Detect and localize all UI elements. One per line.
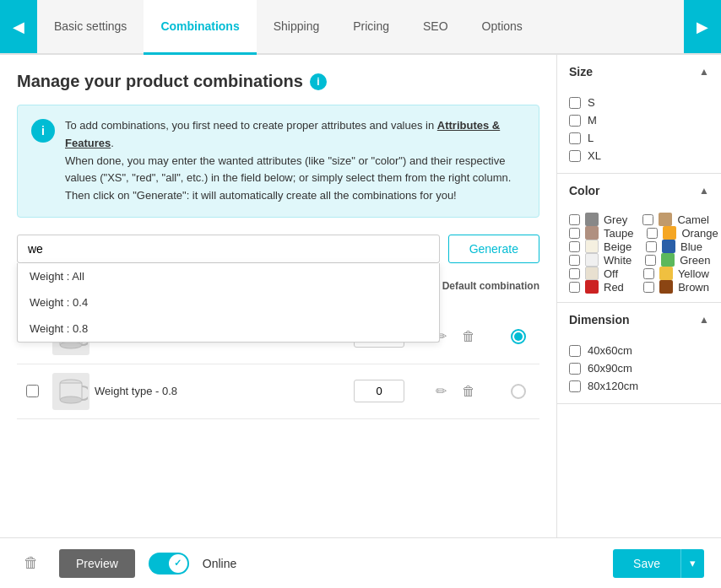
status-label: Online (203, 557, 236, 570)
row-default-1 (497, 329, 539, 344)
color-yellow-label: Yellow (678, 267, 709, 280)
dim-80x120-checkbox[interactable] (569, 380, 581, 392)
tab-seo[interactable]: SEO (406, 0, 465, 55)
color-green-swatch (661, 253, 675, 267)
color-green-checkbox[interactable] (645, 255, 656, 266)
autocomplete-item-1[interactable]: Weight : 0.4 (18, 289, 439, 316)
save-button[interactable]: Save (613, 549, 680, 578)
delete-button-1[interactable]: 🗑 (458, 326, 479, 348)
color-brown-label: Brown (678, 281, 709, 294)
color-offwhite-swatch (585, 267, 599, 280)
tab-shipping[interactable]: Shipping (257, 0, 337, 55)
color-pair-2: Beige Blue (569, 240, 709, 253)
list-item: XL (569, 147, 709, 165)
color-blue-checkbox[interactable] (646, 241, 657, 252)
color-section-header[interactable]: Color ▲ (557, 174, 721, 208)
list-item: Blue (646, 240, 709, 253)
info-box-text: To add combinations, you first need to c… (65, 117, 525, 205)
color-red-checkbox[interactable] (569, 282, 580, 293)
row-qty-2: 0 (345, 380, 413, 402)
dim-60x90-checkbox[interactable] (569, 363, 581, 375)
nav-prev-arrow[interactable]: ◀ (0, 0, 37, 53)
toggle-check-icon: ✓ (174, 558, 182, 569)
dim-40x60-checkbox[interactable] (569, 345, 581, 357)
row-default-2 (497, 384, 539, 399)
color-brown-swatch (659, 280, 673, 294)
color-brown-checkbox[interactable] (643, 282, 654, 293)
list-item: Camel (642, 213, 709, 226)
color-taupe-checkbox[interactable] (569, 228, 580, 239)
size-s-checkbox[interactable] (569, 97, 581, 109)
list-item: White (569, 253, 632, 267)
sidebar-section-color: Color ▲ Grey Camel (557, 174, 721, 303)
color-yellow-checkbox[interactable] (643, 268, 654, 279)
default-radio-1[interactable] (511, 329, 526, 344)
size-items: S M L XL (557, 89, 721, 173)
autocomplete-item-2[interactable]: Weight : 0.8 (18, 316, 439, 342)
search-input[interactable] (17, 235, 440, 263)
color-red-swatch (585, 280, 599, 294)
default-radio-2[interactable] (511, 384, 526, 399)
sidebar-section-size: Size ▲ S M L XL (557, 55, 721, 174)
edit-button-2[interactable]: ✏ (432, 380, 450, 402)
product-thumbnail-2 (52, 373, 89, 410)
size-section-label: Size (569, 65, 593, 78)
dimension-section-header[interactable]: Dimension ▲ (557, 303, 721, 337)
list-item: Green (645, 253, 710, 267)
row-img-2 (47, 373, 95, 410)
generate-button[interactable]: Generate (448, 235, 539, 263)
online-toggle-wrap: ✓ (149, 553, 189, 575)
color-taupe-swatch (585, 226, 599, 240)
svg-point-5 (60, 396, 82, 403)
autocomplete-item-0[interactable]: Weight : All (18, 263, 439, 289)
size-xl-checkbox[interactable] (569, 150, 581, 162)
color-taupe-label: Taupe (604, 227, 633, 240)
color-chevron-icon: ▲ (699, 185, 709, 197)
row-checkbox-2[interactable] (26, 385, 39, 397)
nav-next-arrow[interactable]: ▶ (684, 0, 721, 53)
info-text-1: To add combinations, you first need to c… (65, 119, 434, 132)
list-item: M (569, 111, 709, 129)
color-camel-checkbox[interactable] (642, 214, 653, 225)
online-toggle[interactable]: ✓ (149, 553, 189, 575)
color-camel-swatch (659, 213, 672, 226)
size-section-header[interactable]: Size ▲ (557, 55, 721, 89)
size-m-label: M (588, 114, 597, 127)
svg-point-2 (60, 342, 82, 348)
list-item: Beige (569, 240, 632, 253)
bottom-bar: 🗑 Preview ✓ Online Save ▾ (0, 537, 721, 588)
qty-input-2[interactable]: 0 (354, 380, 404, 402)
bottom-delete-button[interactable]: 🗑 (17, 551, 46, 575)
list-item: Brown (643, 280, 709, 294)
color-orange-checkbox[interactable] (647, 228, 658, 239)
left-content: Manage your product combinations i i To … (0, 55, 556, 537)
color-red-label: Red (604, 281, 624, 294)
list-item: Orange (647, 226, 718, 240)
delete-button-2[interactable]: 🗑 (458, 380, 479, 402)
tab-pricing[interactable]: Pricing (336, 0, 406, 55)
color-white-checkbox[interactable] (569, 255, 580, 266)
dim-80x120-label: 80x120cm (588, 380, 638, 392)
size-m-checkbox[interactable] (569, 115, 581, 127)
size-l-label: L (588, 132, 594, 144)
color-beige-checkbox[interactable] (569, 241, 580, 252)
tab-basic-settings[interactable]: Basic settings (37, 0, 144, 55)
size-l-checkbox[interactable] (569, 132, 581, 144)
size-s-label: S (588, 96, 595, 109)
preview-button[interactable]: Preview (59, 549, 135, 578)
list-item: Yellow (643, 267, 709, 280)
autocomplete-dropdown: Weight : All Weight : 0.4 Weight : 0.8 (17, 263, 440, 343)
color-pair-3: White Green (569, 253, 709, 267)
save-dropdown-arrow[interactable]: ▾ (680, 549, 704, 578)
tab-combinations[interactable]: Combinations (144, 0, 256, 55)
right-sidebar: Size ▲ S M L XL (556, 55, 721, 537)
title-info-icon[interactable]: i (310, 73, 327, 90)
tab-options[interactable]: Options (465, 0, 539, 55)
color-grey-checkbox[interactable] (569, 214, 580, 225)
list-item: L (569, 129, 709, 147)
color-grey-swatch (585, 213, 599, 226)
list-item: Red (569, 280, 630, 294)
color-offwhite-checkbox[interactable] (569, 268, 580, 279)
size-xl-label: XL (588, 149, 601, 162)
page-title: Manage your product combinations (17, 72, 303, 91)
